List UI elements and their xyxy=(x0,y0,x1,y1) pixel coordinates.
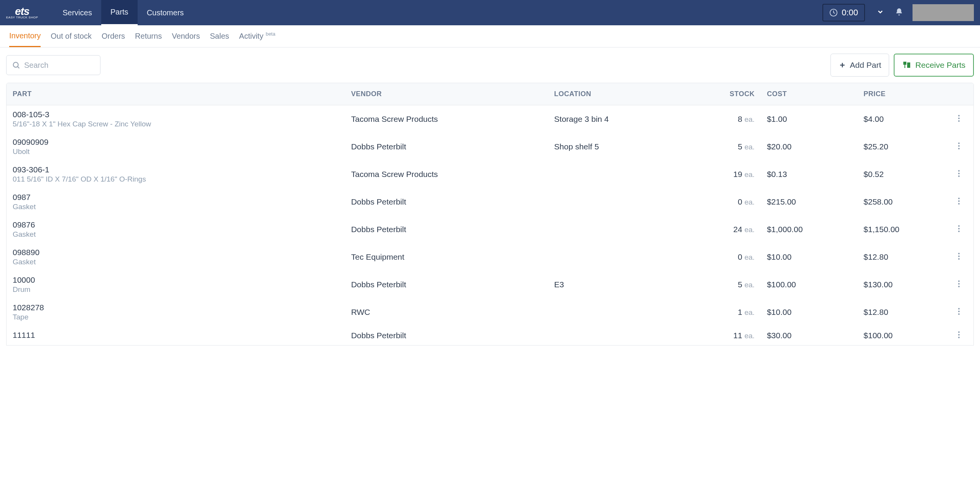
table-row[interactable]: 10000 Drum Dobbs Peterbilt E3 5 ea. $100… xyxy=(7,271,973,298)
row-actions-button[interactable] xyxy=(944,105,973,133)
tab-out-of-stock[interactable]: Out of stock xyxy=(51,25,92,47)
table-row[interactable]: 008-105-3 5/16"-18 X 1" Hex Cap Screw - … xyxy=(7,105,973,133)
cell-vendor: Dobbs Peterbilt xyxy=(345,216,548,243)
tab-vendors[interactable]: Vendors xyxy=(172,25,200,47)
tab-orders[interactable]: Orders xyxy=(102,25,125,47)
sub-nav: Inventory Out of stock Orders Returns Ve… xyxy=(0,25,980,47)
table-row[interactable]: 093-306-1 011 5/16" ID X 7/16" OD X 1/16… xyxy=(7,160,973,188)
cell-location: Storage 3 bin 4 xyxy=(548,105,683,133)
cell-vendor: Dobbs Peterbilt xyxy=(345,326,548,345)
col-price[interactable]: PRICE xyxy=(857,83,944,105)
row-actions-button[interactable] xyxy=(944,160,973,188)
cell-price: $258.00 xyxy=(857,188,944,216)
row-actions-button[interactable] xyxy=(944,133,973,160)
svg-point-26 xyxy=(958,308,960,310)
timer-dropdown[interactable] xyxy=(871,8,890,18)
cell-cost: $20.00 xyxy=(761,133,857,160)
row-actions-button[interactable] xyxy=(944,216,973,243)
col-part[interactable]: PART xyxy=(7,83,345,105)
search-input[interactable] xyxy=(24,61,95,70)
stock-unit: ea. xyxy=(745,253,755,261)
logo[interactable]: ets EASY TRUCK SHOP xyxy=(6,7,38,19)
cell-cost: $10.00 xyxy=(761,243,857,271)
part-number: 098890 xyxy=(13,248,339,257)
col-vendor[interactable]: VENDOR xyxy=(345,83,548,105)
cell-location xyxy=(548,160,683,188)
col-cost[interactable]: COST xyxy=(761,83,857,105)
row-actions-button[interactable] xyxy=(944,188,973,216)
svg-point-9 xyxy=(958,145,960,147)
cell-price: $25.20 xyxy=(857,133,944,160)
search-box[interactable] xyxy=(6,55,100,75)
row-actions-button[interactable] xyxy=(944,243,973,271)
svg-point-11 xyxy=(958,170,960,172)
cell-location: E3 xyxy=(548,271,683,298)
stock-unit: ea. xyxy=(745,170,755,178)
cell-vendor: Dobbs Peterbilt xyxy=(345,271,548,298)
add-part-button[interactable]: Add Part xyxy=(830,54,890,77)
part-number: 093-306-1 xyxy=(13,165,339,174)
receive-parts-label: Receive Parts xyxy=(915,61,965,70)
svg-point-10 xyxy=(958,148,960,149)
cell-price: $4.00 xyxy=(857,105,944,133)
cell-stock: 1 ea. xyxy=(683,298,761,326)
cell-part: 093-306-1 011 5/16" ID X 7/16" OD X 1/16… xyxy=(7,160,345,188)
svg-point-7 xyxy=(958,120,960,122)
col-location[interactable]: LOCATION xyxy=(548,83,683,105)
svg-point-20 xyxy=(958,253,960,254)
cell-location xyxy=(548,243,683,271)
part-description: Gasket xyxy=(13,203,339,211)
col-stock[interactable]: STOCK xyxy=(683,83,761,105)
table-row[interactable]: 11111 Dobbs Peterbilt 11 ea. $30.00 $100… xyxy=(7,326,973,345)
row-actions-button[interactable] xyxy=(944,298,973,326)
cell-part: 008-105-3 5/16"-18 X 1" Hex Cap Screw - … xyxy=(7,105,345,133)
stock-unit: ea. xyxy=(745,308,755,316)
stock-unit: ea. xyxy=(745,226,755,234)
cell-price: $1,150.00 xyxy=(857,216,944,243)
svg-point-19 xyxy=(958,231,960,232)
nav-item-services[interactable]: Services xyxy=(53,0,101,25)
tab-activity[interactable]: Activity beta xyxy=(239,25,276,47)
cell-stock: 19 ea. xyxy=(683,160,761,188)
tab-sales[interactable]: Sales xyxy=(210,25,229,47)
cell-cost: $215.00 xyxy=(761,188,857,216)
more-vertical-icon xyxy=(958,331,960,339)
cell-location: Shop shelf 5 xyxy=(548,133,683,160)
cell-location xyxy=(548,188,683,216)
svg-point-14 xyxy=(958,198,960,199)
more-vertical-icon xyxy=(958,115,960,122)
nav-items: Services Parts Customers xyxy=(53,0,193,25)
table-row[interactable]: 09090909 Ubolt Dobbs Peterbilt Shop shel… xyxy=(7,133,973,160)
cell-stock: 24 ea. xyxy=(683,216,761,243)
svg-point-24 xyxy=(958,283,960,285)
timer-button[interactable]: 0:00 xyxy=(822,4,865,21)
more-vertical-icon xyxy=(958,252,960,260)
tab-inventory[interactable]: Inventory xyxy=(9,25,41,47)
nav-item-customers[interactable]: Customers xyxy=(138,0,193,25)
logo-subtext: EASY TRUCK SHOP xyxy=(6,16,38,19)
stock-unit: ea. xyxy=(745,115,755,123)
row-actions-button[interactable] xyxy=(944,326,973,345)
table-row[interactable]: 1028278 Tape RWC 1 ea. $10.00 $12.80 xyxy=(7,298,973,326)
part-description: Drum xyxy=(13,285,339,294)
tab-returns[interactable]: Returns xyxy=(135,25,162,47)
notifications-button[interactable] xyxy=(890,8,909,18)
stock-unit: ea. xyxy=(745,281,755,289)
cell-price: $100.00 xyxy=(857,326,944,345)
svg-point-27 xyxy=(958,311,960,312)
row-actions-button[interactable] xyxy=(944,271,973,298)
table-row[interactable]: 098890 Gasket Tec Equipment 0 ea. $10.00… xyxy=(7,243,973,271)
part-description: 5/16"-18 X 1" Hex Cap Screw - Zinc Yello… xyxy=(13,120,339,128)
table-row[interactable]: 0987 Gasket Dobbs Peterbilt 0 ea. $215.0… xyxy=(7,188,973,216)
timer-value: 0:00 xyxy=(842,8,858,18)
svg-point-29 xyxy=(958,331,960,333)
nav-item-parts[interactable]: Parts xyxy=(101,0,138,25)
account-menu[interactable] xyxy=(913,4,974,21)
table-row[interactable]: 09876 Gasket Dobbs Peterbilt 24 ea. $1,0… xyxy=(7,216,973,243)
cell-price: $0.52 xyxy=(857,160,944,188)
cell-cost: $1.00 xyxy=(761,105,857,133)
receive-parts-button[interactable]: Receive Parts xyxy=(894,54,974,77)
cell-location xyxy=(548,326,683,345)
cell-part: 10000 Drum xyxy=(7,271,345,298)
svg-point-18 xyxy=(958,228,960,229)
